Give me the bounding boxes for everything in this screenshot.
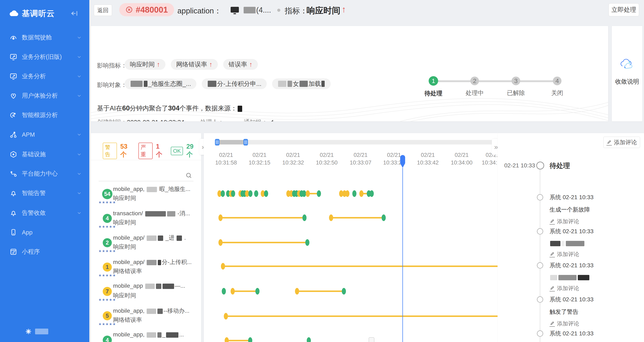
handler-value: -- [224,119,228,121]
redacted-footer-text [35,328,48,334]
up-arrow-icon: ↑ [249,61,252,68]
sidebar-item-label: 告警收敛 [22,209,46,217]
add-comment-link[interactable]: 添加评论 [550,251,638,258]
sidebar-item-ux-analysis[interactable]: 用户体验分析 [0,89,89,102]
sidebar-item-infrastructure[interactable]: 基础设施 [0,148,89,161]
monitor-icon [230,5,240,15]
impact-metric-tag[interactable]: 响应时间↑ [124,59,166,70]
redacted-block [158,332,162,338]
alerts-panel: 警告53个严重1个OK29个 54★★★★★mobile_app, 暇_地服生.… [91,133,201,342]
redacted-block [238,106,242,112]
gear-icon [25,328,32,335]
speaker-icon[interactable] [269,119,276,121]
sidebar-item-smart-alert[interactable]: 智能告警 [0,187,89,200]
alert-title: mobile_app, 暇_地服生... [113,185,198,193]
text-fragment: ... [179,331,184,338]
text-fragment: —... [175,282,185,289]
redacted-block [208,81,216,87]
redacted-block [147,187,157,192]
alert-list-item[interactable]: 2★★★★★mobile_app/ _进 .响应时间 [91,231,201,255]
sidebar-item-alert-convergence[interactable]: 告警收敛 [0,206,89,220]
add-comment-button[interactable]: 添加评论 [603,137,640,148]
alert-list-item[interactable]: 54★★★★★mobile_app, 暇_地服生...响应时间 [91,182,201,206]
monitor-key-icon [10,53,17,61]
sidebar-item-platform-center[interactable]: 平台能力中心 [0,167,89,180]
alert-count-badge: 5 [103,311,112,320]
event-dot [221,263,225,269]
impact-object-tag[interactable]: 女 加载 [272,78,331,89]
step-label: 关闭 [543,89,572,97]
sidebar-collapse-icon[interactable] [70,10,79,17]
apm-nodes-icon [10,131,17,139]
sidebar-footer[interactable] [25,328,49,335]
sidebar-item-biz-analysis[interactable]: 业务分析 [0,70,89,83]
text-fragment: _进 [164,234,176,241]
sidebar-item-mini-program[interactable]: 小程序 [0,245,89,258]
alert-title: mobile_app, _... [113,331,198,338]
alert-list-item[interactable]: 5★★★★★mobile_app, --移动办...网络错误率 [91,304,201,328]
text-fragment-bold: 304 [168,104,180,112]
handle-now-button[interactable]: 立即处理 [608,3,639,16]
back-button[interactable]: 返回 [94,5,112,16]
redacted-block [144,81,148,87]
tooltip-box [369,337,374,342]
add-comment-link[interactable]: 添加评论 [550,320,638,327]
redacted-block [278,81,286,87]
timeline-node [537,228,543,234]
status-stepper: 1待处理2处理中3已解除4关闭 [421,53,582,106]
event-source-time: 系统 02-21 10:33 [550,193,638,201]
step-number: 3 [512,77,520,85]
impact-metrics: 响应时间↑网络错误率↑错误率↑ [124,59,258,70]
alert-metric: 网络错误率 [113,267,142,275]
impact-object-tag[interactable]: 分-上传积分申... [202,78,267,89]
add-comment-link[interactable]: 添加评论 [550,218,638,225]
impact-metric-tag[interactable]: 网络错误率↑ [171,59,218,70]
alert-list-item[interactable]: 1★★★★★mobile_app/ 分-上传积...网络错误率 [91,255,201,279]
sidebar-item-apm[interactable]: APM [0,128,89,141]
step-已解除: 3已解除 [502,53,530,97]
step-number: 1 [429,76,438,86]
sidebar-item-data-cockpit[interactable]: 数据驾驶舱 [0,31,89,44]
monitor-key-icon [10,73,17,80]
alert-count-badge: 1 [103,262,112,272]
slider-handle[interactable] [244,139,248,146]
step-关闭: 4关闭 [543,53,572,97]
alert-list-item[interactable]: 7★★★★★mobile_app —...响应时间 [91,279,201,304]
sidebar-item-app[interactable]: App [0,226,89,239]
slider-handle[interactable] [215,139,220,146]
timeline-node-status [536,162,544,169]
alert-title: mobile_app/ 分-上传积... [113,258,198,266]
alert-count-badge: 7 [103,287,112,296]
redacted-block [550,241,560,246]
alert-count-badge: 4 [103,335,112,342]
search-input[interactable] [98,170,184,181]
timeline-date: 02-21 10:33 [500,162,535,169]
sidebar: 基调听云 数据驾驶舱业务分析(旧版)业务分析用户体验分析智能根源分析APM基础设… [0,0,89,342]
handler-label: 处理人： [200,118,224,121]
text-fragment: --移动办... [163,307,189,314]
event-description: 触发了警告 [550,308,638,316]
chevron-down-icon [76,93,82,99]
event-source-time: 系统 02-21 10:33 [550,330,638,337]
chevron-down-icon [76,74,82,79]
impact-metric-tag[interactable]: 错误率↑ [223,59,258,70]
redacted-block [288,81,292,87]
event-description [550,274,638,280]
alert-metric: 网络错误率 [113,316,142,324]
impact-object-tag[interactable]: _地服生态圈_... [124,78,196,89]
search-icon[interactable] [185,172,192,179]
sidebar-item-root-cause[interactable]: 智能根源分析 [0,109,89,122]
created-value: 2020-02-21 10:33:34 [127,119,184,121]
event-dot [255,288,260,294]
event-dot [370,190,374,197]
alert-list-item[interactable]: 4★★★★★mobile_app, _... [91,328,201,342]
convergence-card[interactable]: 收敛说明 [612,26,642,121]
sidebar-item-biz-analysis-old[interactable]: 业务分析(旧版) [0,50,89,64]
add-comment-link[interactable]: 添加评论 [550,285,638,292]
redacted-block [244,7,256,14]
timeline-event: 系统 02-21 10:33添加评论 [550,261,638,292]
event-dot [342,288,346,294]
step-number: 2 [470,77,479,85]
text-fragment: 分-上传积分申... [217,80,261,88]
alert-list-item[interactable]: 4★★★★★transaction/ -消...响应时间 [91,206,201,231]
